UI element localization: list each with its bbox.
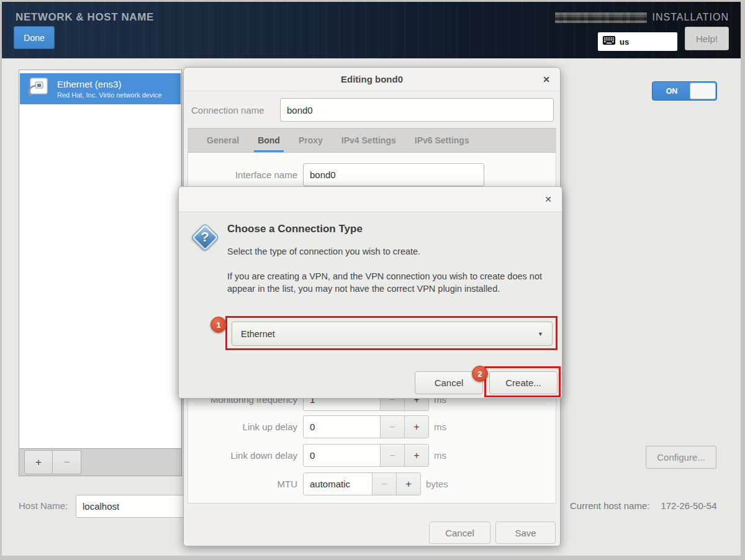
- redacted-product-name: [555, 12, 647, 23]
- tab-general[interactable]: General: [197, 129, 248, 152]
- question-icon: ?: [190, 222, 220, 252]
- link-down-delay-row: Link down delay − + ms: [192, 444, 554, 467]
- chevron-down-icon: ▼: [538, 331, 543, 337]
- link-down-delay-spinner: − +: [303, 444, 429, 467]
- help-button[interactable]: Help!: [685, 27, 729, 50]
- minus-icon[interactable]: −: [380, 445, 404, 466]
- connection-type-dropdown[interactable]: Ethernet ▼: [232, 322, 553, 346]
- add-device-button[interactable]: +: [24, 450, 53, 474]
- tab-proxy[interactable]: Proxy: [289, 129, 332, 152]
- tab-ipv4-settings[interactable]: IPv4 Settings: [332, 129, 405, 152]
- type-dialog-titlebar: ✕: [179, 187, 562, 212]
- minus-icon[interactable]: −: [372, 473, 396, 495]
- interface-name-label: Interface name: [192, 169, 297, 180]
- device-description: Red Hat, Inc. Virtio network device: [57, 91, 162, 99]
- hostname-label: Host Name:: [19, 500, 68, 511]
- current-hostname: Current host name: 172-26-50-54: [570, 500, 716, 511]
- device-name: Ethernet (ens3): [57, 79, 162, 89]
- mtu-label: MTU: [192, 479, 297, 489]
- toggle-on-label: ON: [652, 82, 691, 100]
- link-down-delay-label: Link down delay: [192, 450, 297, 461]
- network-device-list: Ethernet (ens3) Red Hat, Inc. Virtio net…: [19, 70, 182, 449]
- current-hostname-label: Current host name:: [570, 500, 649, 511]
- type-dialog-subtitle: Select the type of connection you wish t…: [227, 246, 420, 256]
- edit-cancel-button[interactable]: Cancel: [429, 522, 490, 544]
- edit-dialog-titlebar: Editing bond0 ✕: [184, 68, 560, 91]
- link-down-delay-value[interactable]: [304, 445, 380, 466]
- edit-dialog-tabs: General Bond Proxy IPv4 Settings IPv6 Se…: [187, 128, 556, 153]
- installation-title: INSTALLATION: [555, 12, 729, 23]
- hostname-input[interactable]: [76, 495, 200, 518]
- plus-icon[interactable]: +: [404, 445, 428, 466]
- keyboard-layout-label: us: [620, 37, 629, 47]
- device-list-toolbar: + −: [19, 449, 182, 476]
- connection-type-selected-value: Ethernet: [241, 329, 538, 339]
- plus-icon[interactable]: +: [404, 416, 428, 438]
- type-dialog-body-text: If you are creating a VPN, and the VPN c…: [227, 270, 548, 295]
- remove-device-button[interactable]: −: [53, 450, 81, 474]
- ethernet-device-icon: [26, 76, 50, 102]
- plus-icon[interactable]: +: [396, 473, 420, 495]
- tab-bond[interactable]: Bond: [248, 129, 289, 152]
- top-bar: NETWORK & HOST NAME Done INSTALLATION us…: [0, 0, 745, 58]
- link-up-delay-row: Link up delay − + ms: [192, 415, 554, 438]
- question-glyph: ?: [190, 222, 220, 252]
- link-up-delay-unit: ms: [434, 422, 446, 432]
- interface-name-input[interactable]: [303, 163, 484, 186]
- link-up-delay-label: Link up delay: [192, 422, 297, 432]
- device-texts: Ethernet (ens3) Red Hat, Inc. Virtio net…: [57, 79, 162, 99]
- type-cancel-button[interactable]: Cancel: [415, 371, 483, 394]
- toggle-knob[interactable]: [690, 83, 716, 99]
- connection-name-input[interactable]: [280, 98, 554, 122]
- link-down-delay-unit: ms: [434, 450, 446, 461]
- edit-save-button[interactable]: Save: [495, 522, 556, 544]
- installation-label: INSTALLATION: [652, 12, 729, 23]
- edit-dialog-title: Editing bond0: [341, 74, 403, 84]
- network-on-toggle[interactable]: ON: [652, 81, 717, 101]
- page-title: NETWORK & HOST NAME: [16, 11, 154, 24]
- mtu-value[interactable]: [304, 473, 372, 495]
- keyboard-icon: [603, 36, 615, 47]
- interface-name-row: Interface name: [192, 163, 554, 186]
- link-up-delay-spinner: − +: [303, 415, 429, 438]
- connection-name-label: Connection name: [191, 105, 280, 115]
- tab-ipv6-settings[interactable]: IPv6 Settings: [405, 129, 479, 152]
- current-hostname-value: 172-26-50-54: [661, 500, 716, 511]
- connection-name-row: Connection name: [191, 98, 554, 122]
- mtu-spinner: − +: [303, 472, 421, 495]
- keyboard-layout-indicator[interactable]: us: [598, 32, 677, 51]
- close-icon[interactable]: ✕: [544, 195, 552, 204]
- minus-icon[interactable]: −: [380, 416, 404, 438]
- link-up-delay-value[interactable]: [304, 416, 380, 438]
- configure-button[interactable]: Configure...: [646, 446, 716, 469]
- type-create-button[interactable]: Create...: [489, 371, 558, 394]
- device-list-item-ethernet[interactable]: Ethernet (ens3) Red Hat, Inc. Virtio net…: [20, 73, 181, 104]
- mtu-unit: bytes: [426, 479, 448, 489]
- choose-connection-type-dialog: ✕ ? Choose a Connection Type Select the …: [178, 186, 562, 399]
- done-button[interactable]: Done: [14, 26, 55, 49]
- close-icon[interactable]: ✕: [543, 75, 550, 84]
- type-dialog-title: Choose a Connection Type: [227, 223, 363, 235]
- mtu-row: MTU − + bytes: [192, 472, 554, 495]
